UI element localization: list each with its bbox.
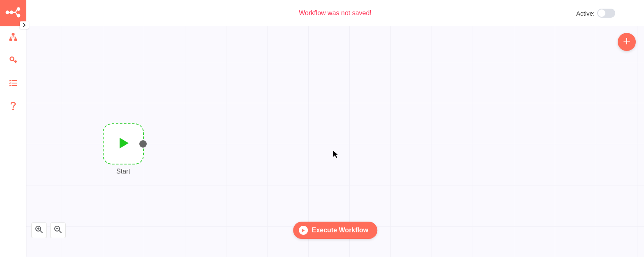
active-toggle[interactable] xyxy=(597,9,615,18)
logo-block[interactable] xyxy=(0,0,26,26)
svg-point-3 xyxy=(17,14,20,17)
zoom-controls xyxy=(31,222,66,238)
svg-point-0 xyxy=(6,11,9,14)
play-icon xyxy=(115,134,132,153)
zoom-in-icon xyxy=(35,225,43,235)
svg-point-2 xyxy=(17,8,20,10)
active-label: Active: xyxy=(576,10,595,17)
sidebar-item-credentials[interactable] xyxy=(0,49,26,72)
zoom-in-button[interactable] xyxy=(31,222,47,238)
svg-line-16 xyxy=(40,231,42,233)
list-icon xyxy=(9,79,17,88)
sidebar-item-executions[interactable] xyxy=(0,72,26,95)
unsaved-message: Workflow was not saved! xyxy=(299,9,372,17)
execute-workflow-label: Execute Workflow xyxy=(312,227,369,234)
sidebar-item-workflows[interactable] xyxy=(0,26,26,49)
node-output-port[interactable] xyxy=(139,140,147,148)
svg-rect-7 xyxy=(14,39,17,41)
workflow-canvas[interactable]: Start xyxy=(26,26,644,257)
active-toggle-wrap: Active: xyxy=(576,0,615,26)
svg-line-20 xyxy=(59,231,61,233)
play-circle-icon xyxy=(299,226,308,235)
svg-point-12 xyxy=(12,109,14,110)
zoom-out-icon xyxy=(54,225,62,235)
svg-rect-6 xyxy=(9,39,12,41)
mouse-cursor-icon xyxy=(333,150,339,160)
plus-icon xyxy=(623,37,631,47)
execute-workflow-button[interactable]: Execute Workflow xyxy=(293,222,378,239)
sidebar-item-help[interactable] xyxy=(0,95,26,118)
sidebar-expand-button[interactable] xyxy=(20,21,29,29)
svg-rect-5 xyxy=(12,33,14,35)
sidebar xyxy=(0,0,26,257)
logo-icon xyxy=(5,7,21,20)
start-node-label: Start xyxy=(103,168,144,175)
workflows-icon xyxy=(9,33,17,43)
add-node-button[interactable] xyxy=(618,33,636,51)
question-icon xyxy=(10,102,16,112)
svg-point-1 xyxy=(10,11,13,14)
zoom-out-button[interactable] xyxy=(50,222,66,238)
start-node[interactable] xyxy=(103,123,144,164)
key-icon xyxy=(9,56,17,66)
chevron-right-icon xyxy=(23,21,26,29)
header: Workflow was not saved! Active: xyxy=(26,0,644,26)
